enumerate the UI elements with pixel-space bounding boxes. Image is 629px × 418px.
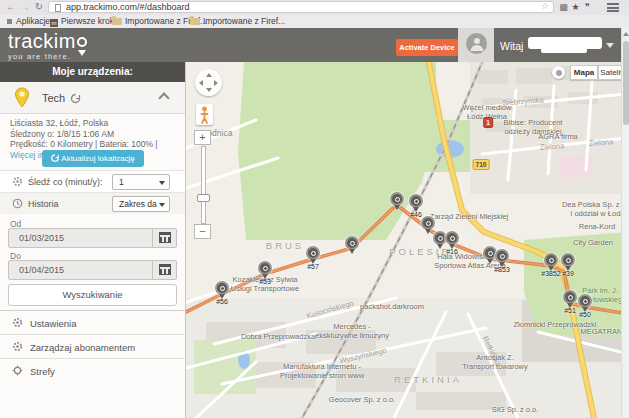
map-label: Zarząd Zieleni Miejskiej [430, 213, 508, 222]
map-label: Manufaktura Internetu -Projektowanie str… [280, 363, 364, 380]
track-point-marker[interactable] [563, 290, 577, 304]
reload-icon[interactable]: ↻ [33, 1, 45, 13]
track-interval-select[interactable]: 1 [112, 174, 170, 190]
sidebar-item-zones[interactable]: Strefy [0, 358, 185, 382]
zoom-slider-handle[interactable] [197, 194, 210, 202]
track-point-marker[interactable] [258, 261, 272, 275]
device-row[interactable]: Tech [0, 82, 185, 114]
clock-icon [12, 198, 23, 209]
track-point-label: #16 [437, 248, 467, 255]
map-style-icon[interactable] [552, 66, 565, 79]
logo-text: trackim [8, 31, 76, 51]
update-location-button[interactable]: Aktualizuj lokalizację [42, 150, 144, 167]
sidebar-item-settings[interactable]: Ustawienia [0, 310, 185, 334]
track-point-marker[interactable] [445, 231, 459, 245]
track-point-marker[interactable] [390, 192, 404, 206]
address-bar[interactable]: app.trackimo.com/#/dashboard ☆ [48, 1, 554, 13]
map-label: Dobra Przeprowadzka [241, 333, 315, 342]
activate-device-button[interactable]: Activate Device [396, 39, 458, 56]
apps-grid-icon [6, 18, 13, 25]
pan-down-icon[interactable] [206, 88, 212, 92]
to-calendar-button[interactable] [152, 261, 176, 279]
track-point-marker[interactable] [561, 253, 575, 267]
track-point-label: #853 [487, 266, 517, 273]
page-icon [55, 4, 61, 12]
search-button[interactable]: Wyszukiwanie [8, 284, 177, 306]
bookmark-folder-2[interactable]: Importowane z Firef... [190, 16, 285, 27]
track-point-marker[interactable] [544, 253, 558, 267]
extension-icon[interactable]: ▩ [558, 1, 569, 13]
track-point-label: #50 [570, 311, 600, 318]
pan-right-icon[interactable] [214, 80, 218, 86]
calendar-icon [159, 232, 171, 243]
device-address: Liściasta 32, Łódź, Polska [10, 118, 108, 128]
device-tracked-at: Śledzony o: 1/8/15 1:06 AM [10, 129, 114, 139]
map-canvas[interactable]: JagodnicaSrebrzyńskaWęzeł mediówŁódź-Weł… [186, 62, 621, 418]
track-point-marker[interactable] [578, 294, 592, 308]
map-label: MEGATRANS [581, 328, 621, 337]
browser-menu-icon[interactable] [607, 3, 619, 12]
map-label: Dea Polska Sp. z o.o.I oddział w Łodzi [562, 201, 621, 218]
track-point-marker[interactable] [345, 236, 359, 250]
map-label: Zielona [588, 137, 613, 148]
extension-star-icon[interactable]: ★ [570, 1, 581, 13]
from-calendar-button[interactable] [152, 229, 176, 247]
bookmark-apps[interactable]: Aplikacje [6, 16, 50, 27]
track-point-marker[interactable] [306, 246, 320, 260]
history-range-select[interactable]: Zakres da [112, 196, 170, 212]
browser-chrome: ← → ↻ app.trackimo.com/#/dashboard ☆ ▩ ★… [0, 0, 629, 28]
scrollbar-thumb[interactable] [623, 41, 629, 125]
zones-target-icon [12, 365, 23, 376]
gear-icon [12, 317, 23, 328]
zoom-out-button[interactable]: − [194, 224, 211, 239]
gear-icon [12, 176, 23, 187]
device-refresh-icon[interactable] [70, 93, 81, 104]
device-stats: Prędkość: 0 Kilometry | Bateria: 100% | [10, 139, 158, 149]
sidebar: Moje urządzenia: Tech Liściasta 32, Łódź… [0, 62, 186, 418]
zoom-slider-track[interactable] [201, 146, 206, 224]
app-header: trackim you are there. Activate Device W… [0, 28, 629, 62]
track-point-marker[interactable] [495, 249, 509, 263]
to-date-input[interactable]: 01/04/2015 [8, 260, 177, 280]
back-icon[interactable]: ← [5, 1, 17, 13]
history-row: Historia Zakres da [0, 192, 185, 214]
logo-tagline: you are there. [8, 52, 87, 61]
map-label: Antosiak Z.Transport towarowy [462, 354, 528, 371]
map-pan-control[interactable] [195, 69, 222, 96]
map-type-map-button[interactable]: Mapa [570, 65, 598, 80]
page-scrollbar[interactable] [621, 28, 629, 418]
collapse-chevron-up-icon[interactable] [158, 92, 169, 103]
map-label: Geocover Sp. z o.o. [329, 396, 395, 405]
pegman-control[interactable] [196, 104, 213, 125]
track-point-marker[interactable] [215, 281, 229, 295]
account-chevron-down-icon[interactable] [606, 43, 614, 48]
zoom-in-button[interactable]: + [194, 130, 211, 145]
pan-left-icon[interactable] [199, 80, 203, 86]
url-text[interactable]: app.trackimo.com/#/dashboard [66, 2, 190, 13]
browser-toolbar: ← → ↻ app.trackimo.com/#/dashboard ☆ ▩ ★… [0, 0, 629, 15]
map-label: City Garden [573, 239, 613, 248]
from-date-input[interactable]: 01/03/2015 [8, 228, 177, 248]
road-shield: 710 [473, 159, 490, 170]
bookmarks-bar: Aplikacje mPierwsze kroki Importowane z … [0, 15, 629, 28]
screenshot-root: ← → ↻ app.trackimo.com/#/dashboard ☆ ▩ ★… [0, 0, 629, 418]
map-label: SIG Sp. z o.o. [492, 406, 539, 415]
scrollbar-up-arrow[interactable] [623, 30, 629, 38]
avatar-panel[interactable] [458, 28, 494, 62]
map-label: Mercedes -ekskluzywne limuzyny [315, 323, 389, 340]
trackimo-logo[interactable]: trackim you are there. [8, 31, 87, 61]
map-label: AGRA firma [538, 133, 578, 142]
track-point-label: #39 [553, 270, 583, 277]
map-label: Rena-Kord [579, 223, 615, 232]
map-type-satellite-button[interactable]: Satelita [598, 65, 621, 80]
bookmark-first-steps[interactable]: mPierwsze kroki [50, 16, 116, 27]
track-point-marker[interactable] [409, 194, 423, 208]
bookmark-star-icon[interactable]: ☆ [541, 1, 549, 11]
track-point-marker[interactable] [421, 216, 435, 230]
pan-up-icon[interactable] [206, 73, 212, 77]
road-shield: 1 [483, 117, 493, 128]
sidebar-item-subscription[interactable]: Zarządzaj abonamentem [0, 334, 185, 358]
extension-note-icon[interactable]: ❞ [582, 1, 593, 13]
greeting-text: Witaj [500, 40, 523, 52]
forward-icon[interactable]: → [19, 1, 31, 13]
